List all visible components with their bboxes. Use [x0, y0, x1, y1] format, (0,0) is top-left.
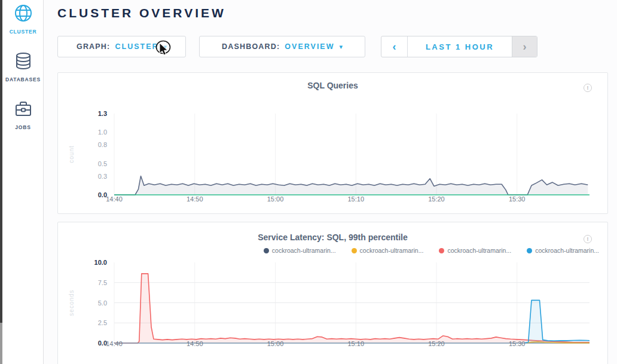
briefcase-icon — [14, 110, 33, 120]
service-latency-chart[interactable]: 10.07.55.02.50.014:4014:5015:0015:1015:2… — [58, 222, 607, 364]
svg-text:15:10: 15:10 — [347, 340, 364, 347]
svg-text:14:40: 14:40 — [106, 195, 123, 203]
svg-text:0.5: 0.5 — [98, 160, 107, 167]
svg-text:14:50: 14:50 — [187, 340, 203, 347]
sidebar-item-jobs[interactable]: JOBS — [2, 99, 44, 130]
svg-text:2.5: 2.5 — [98, 319, 107, 326]
time-next-button[interactable]: › — [512, 36, 537, 57]
sql-queries-panel: SQL Queries ! 1.31.00.80.50.30.014:4014:… — [57, 72, 608, 214]
svg-text:15:10: 15:10 — [347, 195, 364, 203]
svg-text:seconds: seconds — [68, 289, 75, 316]
sql-queries-chart[interactable]: 1.31.00.80.50.30.014:4014:5015:0015:1015… — [58, 73, 607, 213]
sidebar: CLUSTER DATABASES — [2, 0, 44, 364]
svg-text:7.5: 7.5 — [98, 279, 107, 286]
svg-text:15:20: 15:20 — [428, 195, 445, 203]
graph-dropdown-value: CLUSTER — [115, 42, 158, 51]
svg-text:15:00: 15:00 — [267, 340, 284, 347]
sidebar-item-databases[interactable]: DATABASES — [2, 51, 44, 82]
svg-text:0.3: 0.3 — [98, 173, 107, 180]
svg-text:0.8: 0.8 — [98, 141, 107, 148]
svg-text:14:40: 14:40 — [106, 340, 123, 347]
svg-text:14:50: 14:50 — [187, 195, 203, 203]
sidebar-item-label: DATABASES — [2, 77, 44, 82]
time-range-selector: ‹ LAST 1 HOUR › — [381, 36, 537, 57]
cluster-overview-page: { "sidebar": { "items": [ { "label": "CL… — [0, 0, 617, 364]
chevron-down-icon: ▾ — [340, 43, 343, 51]
database-icon — [14, 62, 33, 72]
svg-text:15:30: 15:30 — [509, 340, 526, 347]
dashboard-dropdown-label: DASHBOARD: — [222, 42, 280, 51]
svg-text:count: count — [68, 145, 75, 163]
svg-text:15:20: 15:20 — [428, 340, 445, 347]
time-prev-button[interactable]: ‹ — [381, 36, 408, 57]
chevron-down-icon: ▾ — [164, 43, 167, 51]
svg-text:10.0: 10.0 — [94, 259, 107, 266]
sidebar-item-label: CLUSTER — [2, 29, 44, 35]
svg-text:1.0: 1.0 — [98, 129, 107, 136]
graph-dropdown-label: GRAPH: — [77, 42, 111, 51]
dashboard-dropdown-value: OVERVIEW — [285, 42, 334, 51]
svg-text:1.3: 1.3 — [98, 110, 107, 117]
page-title: CLUSTER OVERVIEW — [57, 6, 226, 20]
service-latency-panel: Service Latency: SQL, 99th percentile ! … — [57, 222, 608, 364]
globe-icon — [14, 14, 33, 25]
svg-text:15:00: 15:00 — [267, 195, 284, 203]
sidebar-item-label: JOBS — [2, 124, 44, 130]
svg-text:5.0: 5.0 — [98, 299, 107, 307]
sidebar-item-cluster[interactable]: CLUSTER — [2, 4, 44, 35]
svg-text:15:30: 15:30 — [509, 195, 526, 203]
graph-dropdown[interactable]: GRAPH: CLUSTER ▾ — [57, 36, 186, 57]
time-range-label[interactable]: LAST 1 HOUR — [408, 36, 512, 57]
dashboard-dropdown[interactable]: DASHBOARD: OVERVIEW ▾ — [199, 36, 365, 57]
